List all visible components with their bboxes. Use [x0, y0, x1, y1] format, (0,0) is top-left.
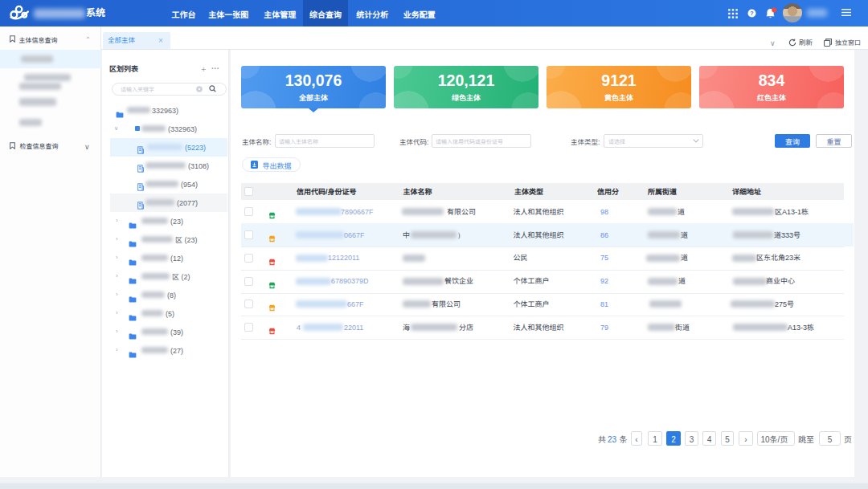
- svg-text:?: ?: [750, 10, 753, 16]
